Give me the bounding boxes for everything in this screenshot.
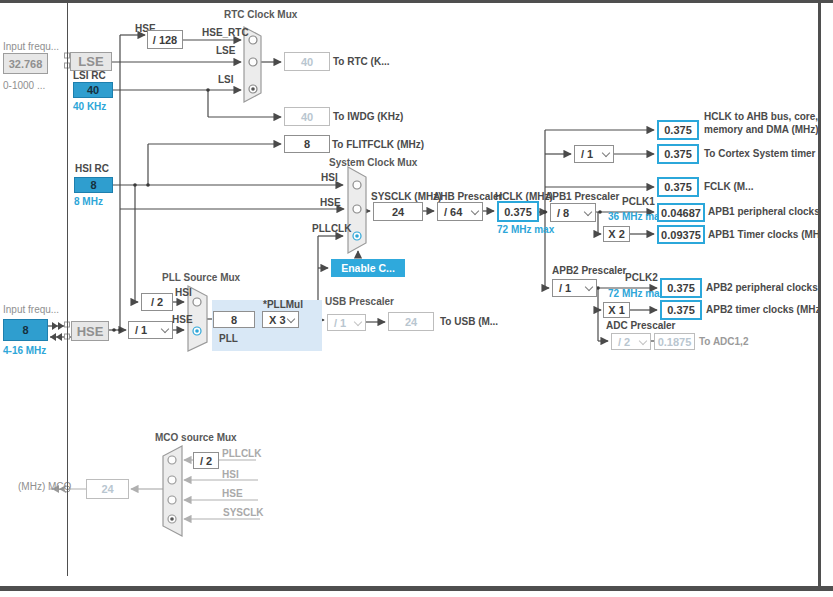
enable-css-button[interactable]: Enable C... — [331, 259, 405, 277]
adc-prescaler-label: ADC Prescaler — [606, 320, 675, 331]
apb1-peripheral-clock-label: APB1 peripheral clocks (M — [708, 206, 833, 217]
pllmul-select[interactable]: X 3 — [262, 311, 299, 328]
adc-prescaler-value: / 2 — [618, 336, 630, 348]
usb-prescaler-select: / 1 — [327, 314, 366, 331]
lsi-rc-freq-label: 40 KHz — [73, 101, 106, 112]
apb2-prescaler-select[interactable]: / 1 — [552, 279, 597, 297]
rtc-mux-radio-lse[interactable] — [249, 58, 257, 66]
apb1-peripheral-clock-value-box[interactable]: 0.04687 — [657, 203, 705, 222]
mco-input-hsi-label: HSI — [222, 469, 239, 480]
chevron-down-icon — [602, 149, 610, 157]
apb2-prescaler-label: APB2 Prescaler — [552, 265, 627, 276]
pll-mux-radio-hsi[interactable] — [193, 298, 201, 306]
apb2-max-note: 72 MHz max — [608, 288, 665, 299]
right-margin-mask — [821, 0, 833, 597]
apb1-timer-clock-label: APB1 Timer clocks (MHz) — [708, 229, 828, 240]
lse-input-frequency-label: Input frequ... — [3, 41, 59, 52]
pclk2-label: PCLK2 — [625, 272, 658, 283]
chevron-down-icon — [354, 317, 362, 325]
fclk-value-box[interactable]: 0.375 — [657, 177, 699, 197]
sysclk-value-box: 24 — [373, 202, 423, 221]
hsi-rc-value-box: 8 — [74, 177, 113, 193]
lse-source-box[interactable]: LSE — [70, 52, 112, 71]
hsi-rc-title: HSI RC — [75, 163, 109, 174]
mco-input-sysclk-label: SYSCLK — [223, 507, 264, 518]
hclk-value-box[interactable]: 0.375 — [497, 201, 539, 222]
chevron-down-icon — [161, 325, 169, 333]
peripheral-rail-line — [67, 3, 68, 576]
apb1-prescaler-label: APB1 Prescaler — [545, 191, 620, 202]
sys-mux-radio-pllclk-selected[interactable] — [353, 232, 361, 240]
cortex-timer-clock-label: To Cortex System timer (M — [704, 148, 830, 159]
hclk-max-note: 72 MHz max — [497, 224, 554, 235]
lsi-rc-title: LSI RC — [73, 70, 106, 81]
clock-configuration-canvas: Input frequ... 32.768 0-1000 ... Input f… — [0, 0, 833, 597]
chevron-down-icon — [639, 336, 647, 344]
mco-mux-radio-sysclk-selected[interactable] — [168, 515, 176, 523]
pll-hsi-divider-box: / 2 — [141, 293, 173, 311]
ahb-prescaler-select[interactable]: / 64 — [437, 202, 483, 221]
mco-clock-value-box: 24 — [86, 479, 129, 499]
mco-mux-radio-pllclk[interactable] — [168, 456, 176, 464]
hse-input-range-label: 4-16 MHz — [3, 345, 46, 356]
rtc-mux-radio-hse-rtc[interactable] — [249, 36, 257, 44]
apb2-peripheral-clock-label: APB2 peripheral clocks (M — [706, 282, 832, 293]
cortex-divider-select[interactable]: / 1 — [574, 145, 614, 163]
to-iwdg-label: To IWDG (KHz) — [333, 111, 403, 122]
pllmul-label: *PLLMul — [263, 299, 303, 310]
pll-source-mux-title: PLL Source Mux — [162, 272, 240, 283]
hse-pin-arrows-icon — [50, 322, 64, 341]
hsi-rc-freq-label: 8 MHz — [74, 196, 103, 207]
hse-prediv-value: / 1 — [135, 324, 147, 336]
sys-mux-radio-hsi[interactable] — [353, 181, 361, 189]
hse-input-frequency-label: Input frequ... — [3, 304, 59, 315]
usb-prescaler-title: USB Prescaler — [325, 296, 394, 307]
rtc-input-lse-label: LSE — [216, 45, 235, 56]
mco-input-pllclk-label: PLLCLK — [222, 448, 261, 459]
pll-input-hse-label: HSE — [172, 314, 193, 325]
pll-mux-radio-hse-selected[interactable] — [193, 327, 201, 335]
pclk1-label: PCLK1 — [622, 196, 655, 207]
ahb-bus-clock-label-line1: HCLK to AHB bus, core, — [704, 111, 818, 122]
ahb-prescaler-value: / 64 — [444, 206, 462, 218]
hse-input-frequency-field[interactable]: 8 — [3, 319, 48, 341]
sysclk-label: SYSCLK (MHz) — [371, 191, 442, 202]
apb2-timer-clock-value-box[interactable]: 0.375 — [660, 300, 702, 320]
chevron-down-icon — [585, 283, 593, 291]
chevron-down-icon — [287, 314, 295, 322]
lse-input-frequency-field: 32.768 — [3, 53, 48, 74]
usb-clock-value-box: 24 — [388, 312, 434, 331]
sys-input-hsi-label: HSI — [321, 172, 338, 183]
pll-input-hsi-label: HSI — [175, 287, 192, 298]
mco-mux-radio-hse[interactable] — [168, 496, 176, 504]
mco-input-hse-label: HSE — [222, 488, 243, 499]
apb2-peripheral-clock-value-box[interactable]: 0.375 — [660, 278, 702, 298]
rtc-clock-value-box: 40 — [284, 52, 330, 71]
sys-mux-radio-hse[interactable] — [353, 205, 361, 213]
mco-mux-radio-hsi[interactable] — [168, 476, 176, 484]
right-border — [818, 0, 821, 591]
rtc-mux-radio-lsi-selected[interactable] — [249, 85, 257, 93]
to-flitfclk-label: To FLITFCLK (MHz) — [332, 139, 424, 150]
fclk-label: FCLK (M... — [704, 181, 753, 192]
ahb-bus-clock-label-line2: memory and DMA (MHz) — [704, 124, 819, 135]
rtc-input-lsi-label: LSI — [218, 74, 234, 85]
adc-prescaler-select: / 2 — [611, 333, 651, 350]
apb1-timer-clock-value-box[interactable]: 0.09375 — [657, 225, 705, 244]
ahb-prescaler-label: AHB Prescaler — [433, 191, 502, 202]
system-clock-mux-title: System Clock Mux — [329, 157, 417, 168]
hse-source-box[interactable]: HSE — [71, 321, 109, 341]
pllmul-value: X 3 — [269, 314, 286, 326]
lsi-rc-value-box: 40 — [73, 82, 113, 98]
mco-source-mux-title: MCO source Mux — [155, 432, 237, 443]
apb1-timer-multiplier-box: X 2 — [603, 226, 630, 242]
apb1-prescaler-select[interactable]: / 8 — [550, 203, 596, 222]
pll-input-value-box: 8 — [213, 311, 255, 328]
ahb-bus-clock-value-box[interactable]: 0.375 — [657, 120, 699, 140]
usb-prescaler-value: / 1 — [334, 317, 346, 329]
apb1-prescaler-value: / 8 — [557, 207, 569, 219]
rtc-input-hse-rtc-label: HSE_RTC — [202, 27, 249, 38]
cortex-timer-clock-value-box[interactable]: 0.375 — [657, 144, 699, 164]
lse-input-range-label: 0-1000 ... — [3, 80, 45, 91]
hse-prediv-select[interactable]: / 1 — [128, 321, 173, 339]
